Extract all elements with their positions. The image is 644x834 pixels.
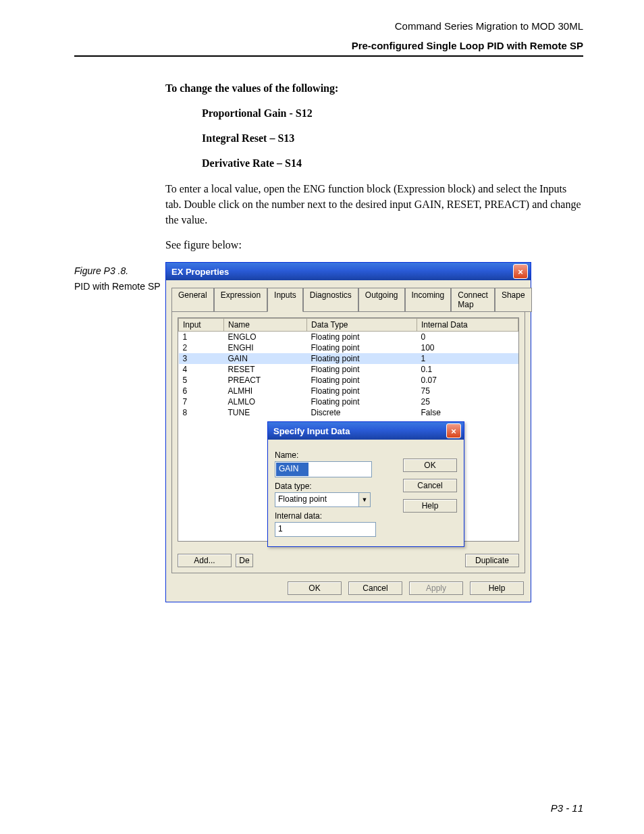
cell-name: ALMHI bbox=[224, 386, 307, 396]
cell-name: RESET bbox=[224, 364, 307, 375]
tab-general[interactable]: General bbox=[171, 288, 214, 312]
cell-data: 1 bbox=[417, 353, 518, 364]
table-row[interactable]: 2ENGHIFloating point100 bbox=[179, 342, 518, 353]
close-icon[interactable]: × bbox=[446, 423, 461, 438]
label-name: Name: bbox=[275, 450, 396, 460]
label-internal-data: Internal data: bbox=[275, 511, 396, 521]
figure-caption: PID with Remote SP bbox=[74, 280, 165, 293]
page-number: P3 - 11 bbox=[551, 802, 583, 814]
delete-button[interactable]: De bbox=[236, 554, 253, 567]
col-input[interactable]: Input bbox=[179, 319, 224, 332]
col-data-type[interactable]: Data Type bbox=[307, 319, 417, 332]
specify-input-title: Specify Input Data bbox=[273, 426, 350, 436]
paragraph-see-figure: See figure below: bbox=[165, 237, 583, 253]
internal-data-field[interactable]: 1 bbox=[275, 522, 376, 537]
cell-name: ALMLO bbox=[224, 396, 307, 407]
modal-help-button[interactable]: Help bbox=[403, 499, 457, 513]
modal-cancel-button[interactable]: Cancel bbox=[403, 479, 457, 492]
close-icon[interactable]: × bbox=[513, 264, 528, 279]
ex-properties-titlebar[interactable]: EX Properties × bbox=[166, 263, 531, 280]
name-field[interactable]: GAIN bbox=[276, 463, 308, 476]
table-row[interactable]: 4RESETFloating point0.1 bbox=[179, 364, 518, 375]
cell-data: 100 bbox=[417, 342, 518, 353]
cell-dtype: Floating point bbox=[307, 386, 417, 396]
line-rate: Derivative Rate – S14 bbox=[202, 155, 583, 171]
ok-button[interactable]: OK bbox=[288, 581, 342, 595]
cancel-button[interactable]: Cancel bbox=[348, 581, 402, 595]
data-type-value: Floating point bbox=[275, 493, 358, 506]
cell-data: 0.07 bbox=[417, 375, 518, 386]
cell-input: 5 bbox=[179, 375, 224, 386]
modal-ok-button[interactable]: OK bbox=[403, 459, 457, 472]
doc-header-top: Command Series Migration to MOD 30ML bbox=[74, 20, 583, 32]
cell-dtype: Floating point bbox=[307, 342, 417, 353]
chevron-down-icon[interactable]: ▼ bbox=[358, 493, 370, 506]
tab-shape[interactable]: Shape bbox=[495, 288, 532, 312]
cell-dtype: Floating point bbox=[307, 332, 417, 343]
tab-inputs[interactable]: Inputs bbox=[267, 288, 303, 312]
tab-diagnostics[interactable]: Diagnostics bbox=[303, 288, 358, 312]
cell-input: 2 bbox=[179, 342, 224, 353]
tab-incoming[interactable]: Incoming bbox=[405, 288, 452, 312]
cell-name: TUNE bbox=[224, 407, 307, 418]
cell-data: 75 bbox=[417, 386, 518, 396]
table-row[interactable]: 5PREACTFloating point0.07 bbox=[179, 375, 518, 386]
specify-input-data-dialog: Specify Input Data × Name: GAIN Data typ… bbox=[267, 421, 464, 547]
ex-properties-window: EX Properties × General Expression Input… bbox=[165, 262, 531, 602]
cell-dtype: Floating point bbox=[307, 375, 417, 386]
tab-strip: General Expression Inputs Diagnostics Ou… bbox=[166, 280, 531, 311]
cell-data: False bbox=[417, 407, 518, 418]
cell-data: 0.1 bbox=[417, 364, 518, 375]
duplicate-button[interactable]: Duplicate bbox=[465, 554, 519, 567]
col-internal-data[interactable]: Internal Data bbox=[417, 319, 518, 332]
line-gain: Proportional Gain - S12 bbox=[202, 105, 583, 121]
table-row[interactable]: 1ENGLOFloating point0 bbox=[179, 332, 518, 343]
cell-input: 3 bbox=[179, 353, 224, 364]
table-row[interactable]: 7ALMLOFloating point25 bbox=[179, 396, 518, 407]
paragraph-instructions: To enter a local value, open the ENG fun… bbox=[165, 181, 583, 228]
apply-button[interactable]: Apply bbox=[409, 581, 463, 595]
table-row[interactable]: 3GAINFloating point1 bbox=[179, 353, 518, 364]
col-name[interactable]: Name bbox=[224, 319, 307, 332]
table-row[interactable]: 8TUNEDiscreteFalse bbox=[179, 407, 518, 418]
section-heading: To change the values of the following: bbox=[165, 82, 583, 95]
cell-name: GAIN bbox=[224, 353, 307, 364]
help-button[interactable]: Help bbox=[470, 581, 524, 595]
add-button[interactable]: Add... bbox=[178, 554, 232, 567]
tab-connect-map[interactable]: Connect Map bbox=[451, 288, 495, 312]
cell-input: 6 bbox=[179, 386, 224, 396]
cell-dtype: Floating point bbox=[307, 396, 417, 407]
specify-input-titlebar[interactable]: Specify Input Data × bbox=[268, 422, 464, 440]
cell-data: 25 bbox=[417, 396, 518, 407]
cell-input: 1 bbox=[179, 332, 224, 343]
cell-input: 4 bbox=[179, 364, 224, 375]
cell-data: 0 bbox=[417, 332, 518, 343]
cell-input: 7 bbox=[179, 396, 224, 407]
figure-number: Figure P3 .8. bbox=[74, 265, 165, 278]
label-data-type: Data type: bbox=[275, 481, 396, 491]
table-row[interactable]: 6ALMHIFloating point75 bbox=[179, 386, 518, 396]
cell-name: ENGHI bbox=[224, 342, 307, 353]
cell-name: PREACT bbox=[224, 375, 307, 386]
tab-expression[interactable]: Expression bbox=[214, 288, 267, 312]
cell-dtype: Discrete bbox=[307, 407, 417, 418]
cell-input: 8 bbox=[179, 407, 224, 418]
cell-name: ENGLO bbox=[224, 332, 307, 343]
ex-properties-title: EX Properties bbox=[171, 267, 229, 277]
doc-header-sub: Pre-configured Single Loop PID with Remo… bbox=[74, 40, 583, 57]
tab-outgoing[interactable]: Outgoing bbox=[358, 288, 405, 312]
line-reset: Integral Reset – S13 bbox=[202, 130, 583, 146]
data-type-combo[interactable]: Floating point ▼ bbox=[275, 492, 371, 507]
cell-dtype: Floating point bbox=[307, 353, 417, 364]
cell-dtype: Floating point bbox=[307, 364, 417, 375]
